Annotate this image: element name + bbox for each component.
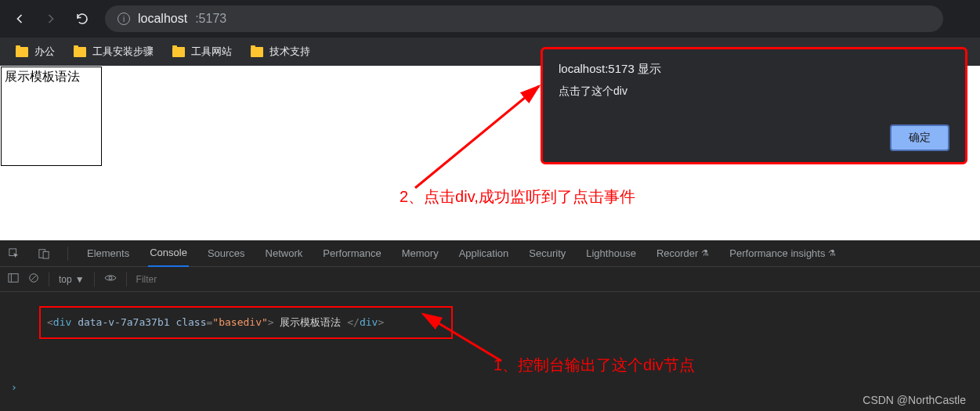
annotation-step2: 2、点击div,成功监听到了点击事件 — [400, 186, 635, 207]
eye-icon[interactable] — [104, 273, 117, 285]
svg-point-8 — [109, 276, 112, 279]
annotation-step1: 1、控制台输出了这个div节点 — [494, 355, 695, 376]
bookmark-label: 办公 — [34, 45, 55, 59]
bookmark-item[interactable]: 技术支持 — [251, 45, 310, 59]
tab-elements[interactable]: Elements — [85, 240, 131, 267]
console-prompt-icon[interactable]: › — [11, 381, 17, 393]
folder-icon — [251, 47, 263, 57]
console-toolbar: top ▼ — [0, 267, 980, 292]
back-icon[interactable] — [11, 10, 28, 27]
tab-lighthouse[interactable]: Lighthouse — [584, 240, 638, 267]
alert-message: 点击了这个div — [559, 85, 949, 99]
context-selector[interactable]: top ▼ — [59, 274, 85, 285]
bookmark-label: 技术支持 — [269, 45, 310, 59]
basediv[interactable]: 展示模板语法 — [1, 67, 102, 166]
chevron-down-icon: ▼ — [75, 274, 85, 285]
url-host: localhost — [138, 12, 187, 26]
svg-rect-4 — [9, 274, 18, 283]
clear-console-icon[interactable] — [28, 272, 39, 286]
tab-console[interactable]: Console — [148, 240, 189, 267]
alert-ok-button[interactable]: 确定 — [890, 124, 949, 151]
site-info-icon[interactable]: i — [118, 13, 130, 25]
bookmark-item[interactable]: 工具网站 — [172, 45, 232, 59]
sidebar-toggle-icon[interactable] — [8, 272, 19, 286]
console-log-entry[interactable]: <div data-v-7a7a37b1 class="basediv"> 展示… — [39, 306, 453, 339]
bookmark-item[interactable]: 办公 — [16, 45, 55, 59]
js-alert-dialog: localhost:5173 显示 点击了这个div 确定 — [541, 47, 967, 164]
watermark: CSDN @NorthCastle — [862, 394, 966, 406]
device-toggle-icon[interactable] — [38, 247, 50, 260]
tab-network[interactable]: Network — [264, 240, 305, 267]
tab-security[interactable]: Security — [527, 240, 567, 267]
bookmark-label: 工具安装步骤 — [92, 45, 154, 59]
address-bar[interactable]: i localhost:5173 — [105, 5, 943, 32]
console-output: <div data-v-7a7a37b1 class="basediv"> 展示… — [0, 292, 980, 411]
svg-rect-3 — [43, 251, 49, 258]
filter-input[interactable] — [136, 274, 293, 285]
svg-line-7 — [31, 276, 37, 281]
devtools-tabs: Elements Console Sources Network Perform… — [0, 240, 980, 267]
alert-title: localhost:5173 显示 — [559, 62, 949, 77]
inspect-icon[interactable] — [8, 247, 20, 260]
tab-application[interactable]: Application — [457, 240, 511, 267]
tab-performance-insights[interactable]: Performance insights — [728, 240, 837, 267]
tab-performance[interactable]: Performance — [321, 240, 382, 267]
tab-memory[interactable]: Memory — [400, 240, 440, 267]
tab-recorder[interactable]: Recorder — [655, 240, 711, 267]
folder-icon — [16, 47, 28, 57]
tab-sources[interactable]: Sources — [206, 240, 247, 267]
bookmark-item[interactable]: 工具安装步骤 — [74, 45, 154, 59]
folder-icon — [172, 47, 185, 57]
browser-nav-bar: i localhost:5173 — [0, 0, 980, 38]
bookmark-label: 工具网站 — [191, 45, 232, 59]
url-port: :5173 — [195, 12, 226, 26]
reload-icon[interactable] — [74, 10, 91, 27]
folder-icon — [74, 47, 86, 57]
forward-icon[interactable] — [42, 10, 60, 27]
devtools-panel: Elements Console Sources Network Perform… — [0, 240, 980, 411]
